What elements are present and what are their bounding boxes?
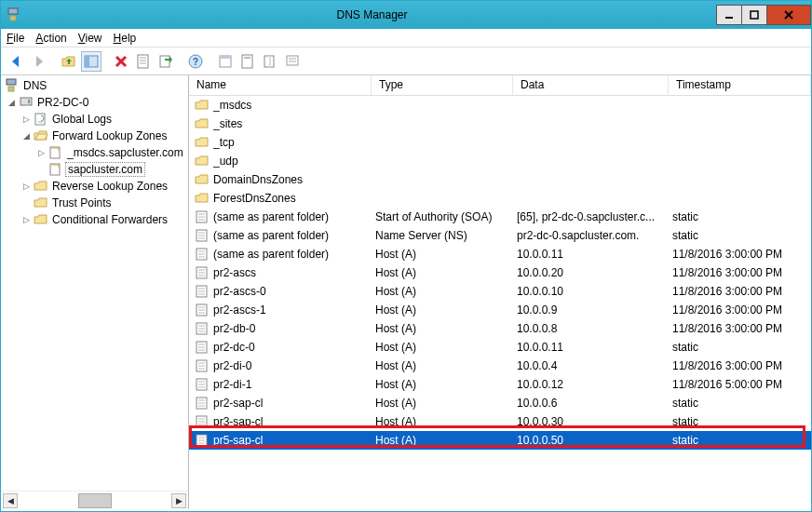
delete-button[interactable] xyxy=(111,51,131,72)
close-button[interactable] xyxy=(766,5,811,25)
svg-rect-1 xyxy=(10,16,16,20)
scroll-thumb[interactable] xyxy=(78,493,112,508)
list-row-record[interactable]: pr2-db-0Host (A)10.0.0.811/8/2016 3:00:0… xyxy=(189,319,811,338)
tree-node-conditional-forwarders[interactable]: ▷ Conditional Forwarders xyxy=(1,211,188,228)
action-1-button[interactable] xyxy=(215,51,236,72)
record-icon xyxy=(195,340,210,355)
folder-icon xyxy=(34,195,48,210)
up-folder-button[interactable] xyxy=(59,51,79,72)
record-icon xyxy=(195,228,210,243)
folder-open-icon xyxy=(34,128,48,143)
record-icon xyxy=(195,414,210,429)
list-row-folder[interactable]: _tcp xyxy=(189,133,811,152)
list-row-folder[interactable]: _udp xyxy=(189,152,811,170)
action-4-button[interactable] xyxy=(282,51,303,72)
back-button[interactable] xyxy=(7,51,27,72)
tree-node-global-logs[interactable]: ▷ Global Logs xyxy=(1,111,188,128)
tree-body[interactable]: DNS ◢ PR2-DC-0 ▷ Global Logs ◢ Forward L… xyxy=(1,75,188,491)
tree-node-dns[interactable]: DNS xyxy=(1,77,188,94)
cell-type: Host (A) xyxy=(375,434,517,447)
cell-type: Host (A) xyxy=(375,322,517,335)
list-row-folder[interactable]: _msdcs xyxy=(189,96,811,115)
list-row-record[interactable]: pr2-di-1Host (A)10.0.0.1211/8/2016 5:00:… xyxy=(189,375,811,394)
scroll-right-button[interactable]: ▶ xyxy=(171,493,186,508)
action-3-button[interactable] xyxy=(260,51,280,72)
list-row-record[interactable]: pr2-dc-0Host (A)10.0.0.11static xyxy=(189,338,811,357)
tree-node-server[interactable]: ◢ PR2-DC-0 xyxy=(1,94,188,111)
cell-timestamp: 11/8/2016 3:00:00 PM xyxy=(672,359,811,372)
cell-data: 10.0.0.12 xyxy=(517,378,672,391)
list-row-record[interactable]: pr3-sap-clHost (A)10.0.0.30static xyxy=(189,412,811,431)
menu-file[interactable]: File xyxy=(7,32,24,45)
record-icon xyxy=(195,265,210,280)
list-row-record[interactable]: pr2-sap-clHost (A)10.0.0.6static xyxy=(189,394,811,412)
list-row-record[interactable]: pr2-ascs-1Host (A)10.0.0.911/8/2016 3:00… xyxy=(189,301,811,319)
column-type[interactable]: Type xyxy=(372,75,513,95)
expand-icon[interactable]: ◢ xyxy=(7,98,17,108)
folder-icon xyxy=(195,172,210,187)
list-row-record[interactable]: pr2-ascs-0Host (A)10.0.0.1011/8/2016 3:0… xyxy=(189,282,811,301)
cell-type: Start of Authority (SOA) xyxy=(375,210,517,223)
tree-label: PR2-DC-0 xyxy=(35,96,90,109)
menu-help[interactable]: Help xyxy=(114,32,137,45)
list-row-folder[interactable]: ForestDnsZones xyxy=(189,189,811,208)
folder-icon xyxy=(195,154,210,168)
list-row-folder[interactable]: DomainDnsZones xyxy=(189,170,811,189)
cell-name: _sites xyxy=(213,117,375,130)
tree-node-trust-points[interactable]: ▷ Trust Points xyxy=(1,195,188,211)
log-icon xyxy=(34,112,48,127)
list-row-record[interactable]: (same as parent folder)Start of Authorit… xyxy=(189,208,811,226)
list-row-folder[interactable]: _sites xyxy=(189,115,811,133)
list-row-record[interactable]: pr2-di-0Host (A)10.0.0.411/8/2016 3:00:0… xyxy=(189,357,811,375)
expand-icon[interactable]: ▷ xyxy=(21,182,32,192)
cell-timestamp: 11/8/2016 5:00:00 PM xyxy=(672,378,811,391)
cell-timestamp: static xyxy=(672,210,811,223)
list-body[interactable]: _msdcs_sites_tcp_udpDomainDnsZonesForest… xyxy=(189,96,811,450)
cell-timestamp: static xyxy=(672,415,811,428)
help-button[interactable]: ? xyxy=(185,51,206,72)
expand-icon[interactable]: ▷ xyxy=(21,215,32,225)
expand-icon[interactable]: ◢ xyxy=(21,131,32,141)
list-row-record[interactable]: (same as parent folder)Name Server (NS)p… xyxy=(189,226,811,245)
expand-icon[interactable]: ▷ xyxy=(21,115,32,125)
record-icon xyxy=(195,358,210,373)
cell-name: pr2-di-1 xyxy=(213,378,375,391)
tree-label: Forward Lookup Zones xyxy=(50,129,169,142)
properties-button[interactable] xyxy=(133,51,154,72)
window-title: DNS Manager xyxy=(27,8,717,21)
column-data[interactable]: Data xyxy=(513,75,669,95)
cell-name: pr3-sap-cl xyxy=(213,415,375,428)
horizontal-scrollbar[interactable]: ◀ ▶ xyxy=(1,491,188,509)
tree-label: Conditional Forwarders xyxy=(50,213,169,226)
list-header[interactable]: Name Type Data Timestamp xyxy=(189,75,811,96)
show-hide-tree-button[interactable] xyxy=(81,51,102,72)
list-row-record[interactable]: (same as parent folder)Host (A)10.0.0.11… xyxy=(189,245,811,263)
cell-timestamp: 11/8/2016 3:00:00 PM xyxy=(672,266,811,279)
action-2-button[interactable] xyxy=(237,51,258,72)
export-button[interactable] xyxy=(156,51,176,72)
svg-rect-0 xyxy=(8,8,18,14)
tree-label: Global Logs xyxy=(50,113,114,126)
maximize-button[interactable] xyxy=(741,5,767,25)
tree-node-forward-zones[interactable]: ◢ Forward Lookup Zones xyxy=(1,128,188,144)
tree-node-reverse-zones[interactable]: ▷ Reverse Lookup Zones xyxy=(1,178,188,195)
cell-timestamp: static xyxy=(672,397,811,410)
cell-name: pr2-ascs-1 xyxy=(213,303,375,317)
svg-rect-20 xyxy=(244,57,250,59)
menu-action[interactable]: Action xyxy=(35,32,66,45)
tree-node-msdcs[interactable]: ▷ _msdcs.sapcluster.com xyxy=(1,144,188,161)
folder-icon xyxy=(195,116,210,131)
list-row-record[interactable]: pr2-ascsHost (A)10.0.0.2011/8/2016 3:00:… xyxy=(189,263,811,282)
minimize-button[interactable] xyxy=(716,5,742,25)
record-icon xyxy=(195,396,210,411)
cell-name: ForestDnsZones xyxy=(213,192,375,205)
expand-icon[interactable]: ▷ xyxy=(36,148,47,158)
forward-button[interactable] xyxy=(29,51,49,72)
list-row-record[interactable]: pr5-sap-clHost (A)10.0.0.50static xyxy=(189,431,811,450)
scroll-left-button[interactable]: ◀ xyxy=(3,493,18,508)
menu-view[interactable]: View xyxy=(78,32,102,45)
cell-name: pr2-db-0 xyxy=(213,322,375,335)
tree-node-sapcluster[interactable]: ▷ sapcluster.com xyxy=(1,161,188,178)
column-timestamp[interactable]: Timestamp xyxy=(669,75,811,95)
column-name[interactable]: Name xyxy=(189,75,372,95)
